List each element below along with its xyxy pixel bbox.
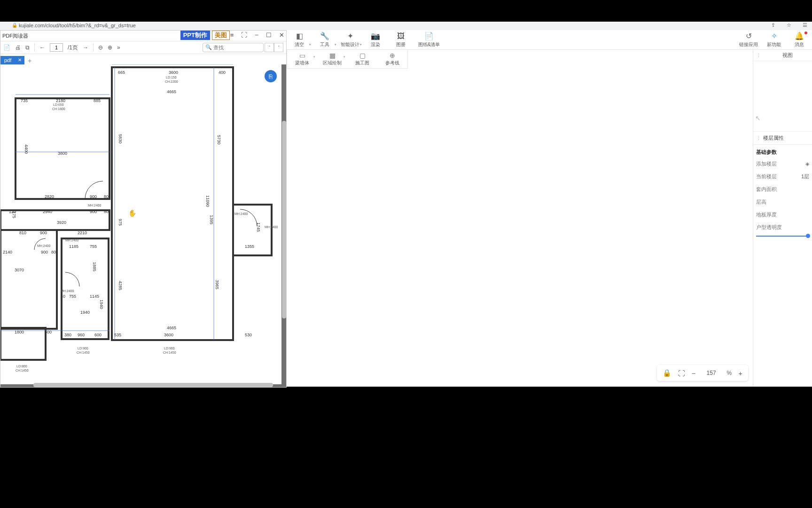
mini-view[interactable]: ↖ (753, 61, 812, 132)
tab-close-icon[interactable]: ✕ (18, 57, 22, 63)
zoom-out-button[interactable]: − (692, 369, 696, 377)
new-tab-button[interactable]: + (24, 57, 35, 64)
sub-area-draw[interactable]: ▦ 区域绘制 ▾ (317, 50, 347, 68)
dim-label: 1885 (92, 262, 97, 271)
drag-handle-icon[interactable]: ⋮ (756, 52, 761, 58)
dim-label: 885 (94, 98, 101, 103)
row-inner-area: 套内面积 (753, 183, 812, 196)
dim-label: 755 (90, 244, 97, 249)
dim-label: MH:2400 (65, 238, 78, 242)
svg-rect-1 (16, 98, 109, 199)
maximize-icon[interactable]: ☐ (266, 32, 272, 39)
right-panel: ⋮ 视图 ↖ ⋮ 楼层属性 基础参数 添加楼层 ◈ 当前楼层 1层 套内面积 层… (753, 50, 812, 387)
tool-new-feature[interactable]: ✧ 新功能 (761, 31, 787, 49)
close-icon[interactable]: ✕ (279, 32, 284, 39)
sub-wall[interactable]: ▭ 梁墙体 ▾ (287, 50, 317, 68)
dim-label: CH:2200 (165, 80, 178, 83)
row-floor-height[interactable]: 层高 (753, 196, 812, 208)
share-icon[interactable]: ⇪ (771, 22, 775, 28)
dim-label: 960 (78, 333, 85, 337)
dim-label: 2180 (56, 98, 65, 103)
meitu-badge[interactable]: 美图 (212, 31, 230, 40)
browser-address-bar: 🔒 kujiale.com/cloud/tool/h5/bim?&_rd=v&_… (0, 22, 812, 30)
dim-label: 2820 (45, 194, 54, 199)
row-slab-thickness[interactable]: 地板厚度 (753, 208, 812, 221)
pdf-viewport[interactable]: 665 3600 400 LD:150 CH:2200 4665 735 218… (0, 64, 286, 387)
zoom-in-icon[interactable]: ⊕ (108, 44, 112, 51)
bell-icon: 🔔 (795, 32, 804, 40)
lock-toggle-icon[interactable]: 🔒 (663, 369, 671, 377)
row-add-floor[interactable]: 添加楼层 ◈ (753, 158, 812, 170)
dim-label: CH:1450 (77, 351, 90, 354)
axis-icon: ↖ (755, 114, 761, 122)
dim-label: 1185 (69, 244, 78, 249)
reading-list-icon[interactable]: ☰ (803, 22, 807, 28)
dim-label: MH:2400 (88, 204, 101, 207)
dim-label: 530 (245, 333, 252, 337)
dim-label: 900 (90, 194, 97, 199)
dim-label: LD:900 (164, 347, 175, 350)
hand-cursor-icon: ✋ (128, 209, 136, 217)
pdf-scrollbar-horizontal[interactable] (33, 383, 273, 387)
search-next-button[interactable]: ˅ (274, 43, 283, 52)
dim-label: 11090 (205, 195, 210, 207)
prev-page-button[interactable]: ← (39, 44, 45, 51)
dim-label: MH:2400 (37, 244, 50, 247)
fullscreen-icon[interactable]: ⛶ (241, 32, 247, 39)
tool-album[interactable]: 🖼 图册 (388, 31, 414, 49)
tool-clear[interactable]: ◧ 清空 ▾ (287, 31, 312, 49)
pdf-tab-active[interactable]: pdf ✕ (0, 56, 24, 64)
star-icon[interactable]: ☆ (787, 22, 791, 28)
sparkle-icon: ✧ (771, 32, 777, 40)
tool-ai-design[interactable]: ✦ 智能设计 ▾ (337, 31, 363, 49)
copy-icon[interactable]: ⧉ (25, 44, 30, 51)
dim-label: 80 (51, 250, 56, 254)
dim-label: LD:800 (16, 365, 27, 368)
dim-label: 40 (61, 294, 65, 299)
url-text: kujiale.com/cloud/tool/h5/bim?&_rd=v&_gr… (19, 23, 136, 28)
sub-construction[interactable]: ▢ 施工图 (347, 50, 377, 68)
page-input[interactable] (50, 43, 63, 52)
dim-label: 4400 (24, 144, 29, 154)
dim-label: 5730 (217, 135, 221, 144)
lock-icon: 🔒 (12, 23, 17, 28)
dim-label: LD:150 (166, 76, 177, 79)
drag-handle-icon[interactable]: ⋮ (756, 135, 761, 141)
dim-label: 380 (64, 333, 71, 337)
pdf-scrollbar-vertical[interactable] (282, 121, 286, 318)
floating-import-button[interactable]: ⎘ (265, 70, 277, 82)
zoom-in-button[interactable]: + (738, 369, 742, 377)
pdf-tabstrip: pdf ✕ + (0, 54, 286, 64)
dim-label: 1395 (209, 215, 214, 224)
sub-reference[interactable]: ⊕ 参考线 (377, 50, 407, 68)
tool-drawings[interactable]: 📄 图纸&清单 (414, 31, 445, 49)
tool-render[interactable]: 📷 渲染 (363, 31, 388, 49)
dim-label: 175 (12, 211, 16, 218)
dim-label: 2940 (43, 209, 52, 214)
ppt-badge[interactable]: PPT制作 (180, 31, 210, 40)
minimize-icon[interactable]: − (255, 32, 258, 39)
more-tools-icon[interactable]: » (117, 44, 120, 51)
tool-tools[interactable]: 🔧 工具 ▾ (312, 31, 337, 49)
row-current-floor[interactable]: 当前楼层 1层 (753, 170, 812, 183)
construction-icon: ▢ (359, 52, 366, 59)
dim-label: 735 (21, 98, 28, 103)
wrench-icon: 🔧 (320, 32, 329, 40)
next-page-button[interactable]: → (83, 44, 88, 51)
search-prev-button[interactable]: ˄ (265, 43, 274, 52)
zoom-out-icon[interactable]: ⊖ (98, 44, 103, 51)
zoom-input[interactable] (703, 370, 720, 376)
tool-messages[interactable]: 🔔 消息 (787, 31, 812, 49)
dim-label: 1745 (256, 222, 261, 232)
open-icon[interactable]: 📄 (3, 44, 10, 51)
reference-icon: ⊕ (390, 52, 395, 59)
opacity-slider[interactable] (753, 234, 812, 241)
dim-label: 80 (104, 209, 109, 214)
dim-label: 3600 (164, 333, 173, 337)
menu-icon[interactable]: ≡ (230, 32, 234, 39)
dim-label: 3800 (58, 151, 67, 156)
fit-icon[interactable]: ⛶ (678, 369, 685, 377)
design-canvas[interactable] (287, 69, 753, 387)
print-icon[interactable]: 🖨 (15, 44, 21, 51)
tool-link-app[interactable]: ↺ 链接应用 (736, 31, 761, 49)
